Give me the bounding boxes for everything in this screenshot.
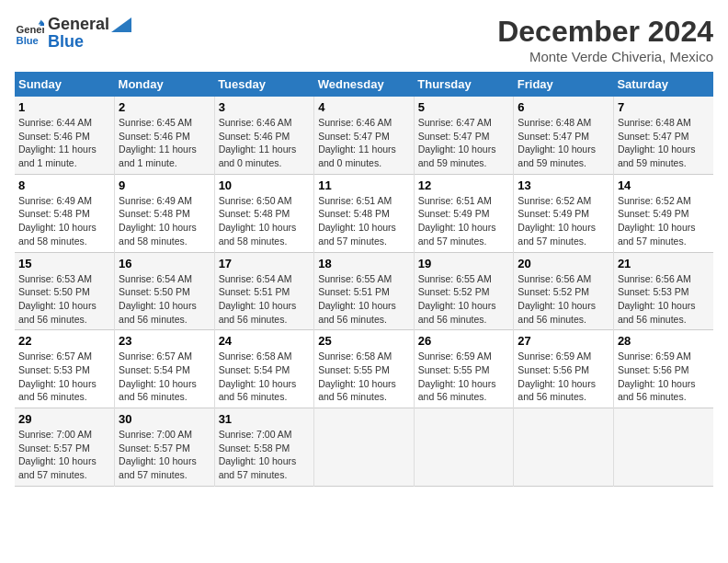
day-detail: Sunrise: 6:56 AM Sunset: 5:53 PM Dayligh… bbox=[618, 272, 710, 327]
day-detail: Sunrise: 6:48 AM Sunset: 5:47 PM Dayligh… bbox=[518, 116, 609, 170]
day-detail: Sunrise: 6:54 AM Sunset: 5:51 PM Dayligh… bbox=[219, 272, 311, 327]
day-cell: 11Sunrise: 6:51 AM Sunset: 5:48 PM Dayli… bbox=[314, 174, 415, 252]
day-cell: 2Sunrise: 6:45 AM Sunset: 5:46 PM Daylig… bbox=[115, 97, 215, 174]
day-detail: Sunrise: 6:47 AM Sunset: 5:47 PM Dayligh… bbox=[418, 116, 510, 170]
day-detail: Sunrise: 6:55 AM Sunset: 5:51 PM Dayligh… bbox=[318, 272, 410, 327]
week-row-1: 1Sunrise: 6:44 AM Sunset: 5:46 PM Daylig… bbox=[15, 97, 713, 174]
day-detail: Sunrise: 6:57 AM Sunset: 5:53 PM Dayligh… bbox=[18, 350, 110, 404]
day-cell: 4Sunrise: 6:46 AM Sunset: 5:47 PM Daylig… bbox=[314, 97, 415, 174]
day-number: 27 bbox=[518, 334, 609, 348]
day-detail: Sunrise: 6:52 AM Sunset: 5:49 PM Dayligh… bbox=[518, 194, 609, 248]
day-cell: 16Sunrise: 6:54 AM Sunset: 5:50 PM Dayli… bbox=[115, 252, 215, 330]
day-detail: Sunrise: 6:59 AM Sunset: 5:56 PM Dayligh… bbox=[618, 350, 710, 404]
logo: General Blue General Blue bbox=[15, 15, 131, 52]
day-number: 4 bbox=[318, 100, 410, 114]
day-detail: Sunrise: 6:51 AM Sunset: 5:49 PM Dayligh… bbox=[418, 194, 510, 248]
day-cell: 7Sunrise: 6:48 AM Sunset: 5:47 PM Daylig… bbox=[613, 97, 713, 174]
svg-text:Blue: Blue bbox=[17, 35, 39, 46]
day-detail: Sunrise: 7:00 AM Sunset: 5:57 PM Dayligh… bbox=[119, 428, 210, 482]
day-number: 18 bbox=[318, 257, 410, 270]
day-cell: 20Sunrise: 6:56 AM Sunset: 5:52 PM Dayli… bbox=[514, 252, 614, 330]
day-number: 16 bbox=[119, 257, 210, 270]
day-cell: 8Sunrise: 6:49 AM Sunset: 5:48 PM Daylig… bbox=[15, 174, 115, 252]
day-number: 24 bbox=[219, 334, 311, 348]
day-detail: Sunrise: 6:58 AM Sunset: 5:54 PM Dayligh… bbox=[219, 350, 311, 404]
day-cell: 28Sunrise: 6:59 AM Sunset: 5:56 PM Dayli… bbox=[613, 330, 713, 408]
day-number: 15 bbox=[18, 257, 110, 270]
day-detail: Sunrise: 6:49 AM Sunset: 5:48 PM Dayligh… bbox=[18, 194, 110, 248]
day-number: 29 bbox=[18, 412, 110, 426]
day-number: 25 bbox=[318, 334, 410, 348]
logo-triangle-icon bbox=[111, 17, 131, 32]
day-cell bbox=[314, 408, 415, 487]
day-detail: Sunrise: 6:58 AM Sunset: 5:55 PM Dayligh… bbox=[318, 350, 410, 404]
week-row-4: 22Sunrise: 6:57 AM Sunset: 5:53 PM Dayli… bbox=[15, 330, 713, 408]
day-detail: Sunrise: 7:00 AM Sunset: 5:57 PM Dayligh… bbox=[18, 428, 110, 482]
day-number: 8 bbox=[18, 178, 110, 192]
day-cell: 14Sunrise: 6:52 AM Sunset: 5:49 PM Dayli… bbox=[613, 174, 713, 252]
day-number: 20 bbox=[518, 257, 609, 270]
day-detail: Sunrise: 6:51 AM Sunset: 5:48 PM Dayligh… bbox=[318, 194, 410, 248]
day-number: 9 bbox=[119, 178, 210, 192]
day-detail: Sunrise: 6:56 AM Sunset: 5:52 PM Dayligh… bbox=[518, 272, 609, 327]
day-number: 6 bbox=[518, 100, 609, 114]
day-cell: 5Sunrise: 6:47 AM Sunset: 5:47 PM Daylig… bbox=[414, 97, 514, 174]
day-cell: 19Sunrise: 6:55 AM Sunset: 5:52 PM Dayli… bbox=[414, 252, 514, 330]
week-row-2: 8Sunrise: 6:49 AM Sunset: 5:48 PM Daylig… bbox=[15, 174, 713, 252]
day-detail: Sunrise: 6:44 AM Sunset: 5:46 PM Dayligh… bbox=[18, 116, 110, 170]
day-number: 12 bbox=[418, 178, 510, 192]
day-number: 19 bbox=[418, 257, 510, 270]
day-cell: 13Sunrise: 6:52 AM Sunset: 5:49 PM Dayli… bbox=[514, 174, 614, 252]
day-number: 1 bbox=[18, 100, 110, 114]
logo-icon: General Blue bbox=[15, 18, 44, 48]
day-cell: 29Sunrise: 7:00 AM Sunset: 5:57 PM Dayli… bbox=[15, 408, 115, 487]
day-number: 31 bbox=[219, 412, 311, 426]
header-thursday: Thursday bbox=[414, 72, 514, 97]
day-cell: 21Sunrise: 6:56 AM Sunset: 5:53 PM Dayli… bbox=[613, 252, 713, 330]
day-cell: 15Sunrise: 6:53 AM Sunset: 5:50 PM Dayli… bbox=[15, 252, 115, 330]
day-detail: Sunrise: 6:45 AM Sunset: 5:46 PM Dayligh… bbox=[119, 116, 210, 170]
day-detail: Sunrise: 6:53 AM Sunset: 5:50 PM Dayligh… bbox=[18, 272, 110, 327]
day-cell: 1Sunrise: 6:44 AM Sunset: 5:46 PM Daylig… bbox=[15, 97, 115, 174]
day-cell: 22Sunrise: 6:57 AM Sunset: 5:53 PM Dayli… bbox=[15, 330, 115, 408]
day-cell: 30Sunrise: 7:00 AM Sunset: 5:57 PM Dayli… bbox=[115, 408, 215, 487]
day-cell: 18Sunrise: 6:55 AM Sunset: 5:51 PM Dayli… bbox=[314, 252, 415, 330]
day-cell: 23Sunrise: 6:57 AM Sunset: 5:54 PM Dayli… bbox=[115, 330, 215, 408]
header-friday: Friday bbox=[514, 72, 614, 97]
logo-blue: Blue bbox=[48, 32, 131, 52]
day-detail: Sunrise: 7:00 AM Sunset: 5:58 PM Dayligh… bbox=[219, 428, 311, 482]
day-cell bbox=[613, 408, 713, 487]
calendar-header-row: SundayMondayTuesdayWednesdayThursdayFrid… bbox=[15, 72, 713, 97]
header-tuesday: Tuesday bbox=[214, 72, 314, 97]
day-number: 5 bbox=[418, 100, 510, 114]
day-detail: Sunrise: 6:46 AM Sunset: 5:47 PM Dayligh… bbox=[318, 116, 410, 170]
day-cell: 12Sunrise: 6:51 AM Sunset: 5:49 PM Dayli… bbox=[414, 174, 514, 252]
day-detail: Sunrise: 6:52 AM Sunset: 5:49 PM Dayligh… bbox=[618, 194, 710, 248]
header-saturday: Saturday bbox=[613, 72, 713, 97]
day-number: 22 bbox=[18, 334, 110, 348]
day-number: 11 bbox=[318, 178, 410, 192]
week-row-5: 29Sunrise: 7:00 AM Sunset: 5:57 PM Dayli… bbox=[15, 408, 713, 487]
day-number: 23 bbox=[119, 334, 210, 348]
header-sunday: Sunday bbox=[15, 72, 115, 97]
day-number: 10 bbox=[219, 178, 311, 192]
day-detail: Sunrise: 6:59 AM Sunset: 5:55 PM Dayligh… bbox=[418, 350, 510, 404]
day-detail: Sunrise: 6:54 AM Sunset: 5:50 PM Dayligh… bbox=[119, 272, 210, 327]
logo-general: General bbox=[48, 15, 109, 34]
day-number: 14 bbox=[618, 178, 710, 192]
day-detail: Sunrise: 6:49 AM Sunset: 5:48 PM Dayligh… bbox=[119, 194, 210, 248]
calendar-subtitle: Monte Verde Chiveria, Mexico bbox=[497, 49, 713, 64]
day-cell: 10Sunrise: 6:50 AM Sunset: 5:48 PM Dayli… bbox=[214, 174, 314, 252]
day-detail: Sunrise: 6:50 AM Sunset: 5:48 PM Dayligh… bbox=[219, 194, 311, 248]
header: General Blue General Blue December 2024 … bbox=[15, 15, 713, 64]
day-detail: Sunrise: 6:59 AM Sunset: 5:56 PM Dayligh… bbox=[518, 350, 609, 404]
day-cell: 31Sunrise: 7:00 AM Sunset: 5:58 PM Dayli… bbox=[214, 408, 314, 487]
header-wednesday: Wednesday bbox=[314, 72, 415, 97]
day-detail: Sunrise: 6:55 AM Sunset: 5:52 PM Dayligh… bbox=[418, 272, 510, 327]
day-number: 17 bbox=[219, 257, 311, 270]
day-detail: Sunrise: 6:57 AM Sunset: 5:54 PM Dayligh… bbox=[119, 350, 210, 404]
calendar-table: SundayMondayTuesdayWednesdayThursdayFrid… bbox=[15, 72, 713, 487]
week-row-3: 15Sunrise: 6:53 AM Sunset: 5:50 PM Dayli… bbox=[15, 252, 713, 330]
day-cell: 6Sunrise: 6:48 AM Sunset: 5:47 PM Daylig… bbox=[514, 97, 614, 174]
day-number: 7 bbox=[618, 100, 710, 114]
